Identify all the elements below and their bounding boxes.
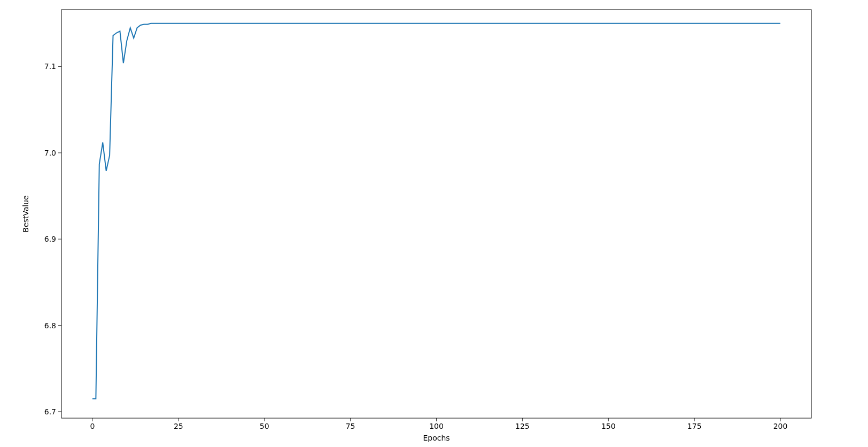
x-tick-label: 125 <box>515 422 530 430</box>
x-tick-label: 100 <box>429 422 444 430</box>
x-axis-label: Epochs <box>423 434 449 442</box>
chart-container: 02550751001251501752006.76.86.97.07.1Epo… <box>0 0 868 447</box>
x-tick-label: 150 <box>601 422 616 430</box>
y-tick-label: 7.1 <box>44 62 56 71</box>
y-tick-label: 6.9 <box>44 235 56 243</box>
y-tick-label: 7.0 <box>44 149 56 157</box>
y-tick-label: 6.7 <box>44 407 56 416</box>
x-tick-label: 175 <box>687 422 702 430</box>
line-chart: 02550751001251501752006.76.86.97.07.1Epo… <box>0 0 868 447</box>
y-tick-label: 6.8 <box>44 321 56 330</box>
plot-area <box>61 10 811 418</box>
x-tick-label: 0 <box>90 422 95 430</box>
x-tick-label: 200 <box>773 422 788 430</box>
x-tick-label: 25 <box>174 422 183 430</box>
y-axis-label: BestValue <box>21 195 30 232</box>
x-tick-label: 50 <box>260 422 269 430</box>
x-tick-label: 75 <box>346 422 355 430</box>
data-series-line <box>92 24 780 399</box>
